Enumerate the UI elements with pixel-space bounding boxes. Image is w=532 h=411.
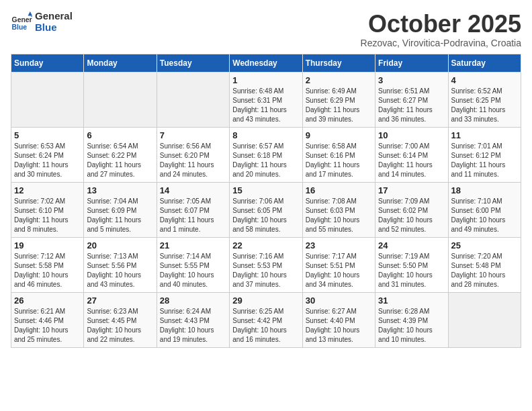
day-info: Sunrise: 6:53 AM Sunset: 6:24 PM Dayligh…: [14, 142, 81, 179]
day-number: 11: [451, 130, 518, 140]
day-info: Sunrise: 6:57 AM Sunset: 6:18 PM Dayligh…: [232, 142, 299, 179]
day-cell: 20Sunrise: 7:13 AM Sunset: 5:56 PM Dayli…: [84, 237, 157, 292]
day-cell: 5Sunrise: 6:53 AM Sunset: 6:24 PM Daylig…: [11, 127, 84, 182]
day-info: Sunrise: 7:06 AM Sunset: 6:05 PM Dayligh…: [232, 197, 299, 234]
day-info: Sunrise: 7:10 AM Sunset: 6:00 PM Dayligh…: [451, 197, 518, 234]
month-title: October 2025: [361, 11, 521, 38]
day-cell: 26Sunrise: 6:21 AM Sunset: 4:46 PM Dayli…: [11, 292, 84, 347]
day-info: Sunrise: 7:19 AM Sunset: 5:50 PM Dayligh…: [378, 252, 445, 289]
day-cell: 10Sunrise: 7:00 AM Sunset: 6:14 PM Dayli…: [375, 127, 448, 182]
day-cell: 31Sunrise: 6:28 AM Sunset: 4:39 PM Dayli…: [375, 292, 448, 347]
day-number: 8: [232, 130, 299, 140]
day-cell: 27Sunrise: 6:23 AM Sunset: 4:45 PM Dayli…: [84, 292, 157, 347]
day-number: 7: [160, 130, 226, 140]
week-row-1: 1Sunrise: 6:48 AM Sunset: 6:31 PM Daylig…: [11, 72, 521, 127]
day-cell: 2Sunrise: 6:49 AM Sunset: 6:29 PM Daylig…: [302, 72, 375, 127]
day-cell: 21Sunrise: 7:14 AM Sunset: 5:55 PM Dayli…: [157, 237, 229, 292]
day-number: 29: [232, 295, 299, 306]
day-number: 15: [232, 185, 299, 195]
day-info: Sunrise: 7:00 AM Sunset: 6:14 PM Dayligh…: [378, 142, 445, 179]
day-info: Sunrise: 7:12 AM Sunset: 5:58 PM Dayligh…: [14, 252, 81, 289]
day-number: 20: [87, 240, 153, 250]
day-cell: 13Sunrise: 7:04 AM Sunset: 6:09 PM Dayli…: [84, 182, 157, 237]
svg-marker-2: [28, 11, 32, 15]
day-info: Sunrise: 7:04 AM Sunset: 6:09 PM Dayligh…: [87, 197, 153, 234]
day-cell: 9Sunrise: 6:58 AM Sunset: 6:16 PM Daylig…: [302, 127, 375, 182]
day-info: Sunrise: 6:52 AM Sunset: 6:25 PM Dayligh…: [451, 87, 518, 124]
day-number: 27: [87, 295, 153, 306]
title-area: October 2025 Rezovac, Virovitica-Podravi…: [361, 11, 521, 48]
day-info: Sunrise: 7:02 AM Sunset: 6:10 PM Dayligh…: [14, 197, 81, 234]
day-info: Sunrise: 7:09 AM Sunset: 6:02 PM Dayligh…: [378, 197, 445, 234]
day-info: Sunrise: 6:27 AM Sunset: 4:40 PM Dayligh…: [306, 307, 372, 345]
day-number: 4: [451, 75, 518, 85]
header-friday: Friday: [375, 54, 448, 72]
header-thursday: Thursday: [302, 54, 375, 72]
day-info: Sunrise: 6:58 AM Sunset: 6:16 PM Dayligh…: [306, 142, 372, 179]
day-cell: [157, 72, 229, 127]
day-number: 26: [14, 295, 81, 306]
day-info: Sunrise: 7:05 AM Sunset: 6:07 PM Dayligh…: [160, 197, 226, 234]
day-cell: 8Sunrise: 6:57 AM Sunset: 6:18 PM Daylig…: [230, 127, 302, 182]
logo: General Blue General Blue: [11, 11, 73, 33]
day-cell: 6Sunrise: 6:54 AM Sunset: 6:22 PM Daylig…: [84, 127, 157, 182]
day-number: 24: [378, 240, 445, 250]
day-number: 13: [87, 185, 153, 195]
week-row-5: 26Sunrise: 6:21 AM Sunset: 4:46 PM Dayli…: [11, 292, 521, 347]
day-number: 9: [306, 130, 372, 140]
header-row: SundayMondayTuesdayWednesdayThursdayFrid…: [11, 54, 521, 72]
day-info: Sunrise: 6:28 AM Sunset: 4:39 PM Dayligh…: [378, 307, 445, 345]
day-info: Sunrise: 7:14 AM Sunset: 5:55 PM Dayligh…: [160, 252, 226, 289]
day-info: Sunrise: 7:01 AM Sunset: 6:12 PM Dayligh…: [451, 142, 518, 179]
day-info: Sunrise: 7:13 AM Sunset: 5:56 PM Dayligh…: [87, 252, 153, 289]
day-info: Sunrise: 6:54 AM Sunset: 6:22 PM Dayligh…: [87, 142, 153, 179]
day-info: Sunrise: 6:21 AM Sunset: 4:46 PM Dayligh…: [14, 307, 81, 345]
day-info: Sunrise: 7:17 AM Sunset: 5:51 PM Dayligh…: [306, 252, 372, 289]
day-cell: 14Sunrise: 7:05 AM Sunset: 6:07 PM Dayli…: [157, 182, 229, 237]
week-row-4: 19Sunrise: 7:12 AM Sunset: 5:58 PM Dayli…: [11, 237, 521, 292]
day-info: Sunrise: 7:08 AM Sunset: 6:03 PM Dayligh…: [306, 197, 372, 234]
day-cell: 19Sunrise: 7:12 AM Sunset: 5:58 PM Dayli…: [11, 237, 84, 292]
day-cell: 15Sunrise: 7:06 AM Sunset: 6:05 PM Dayli…: [230, 182, 302, 237]
day-cell: [11, 72, 84, 127]
day-cell: 1Sunrise: 6:48 AM Sunset: 6:31 PM Daylig…: [230, 72, 302, 127]
day-cell: 29Sunrise: 6:25 AM Sunset: 4:42 PM Dayli…: [230, 292, 302, 347]
day-number: 19: [14, 240, 81, 250]
day-number: 2: [306, 75, 372, 85]
day-info: Sunrise: 6:24 AM Sunset: 4:43 PM Dayligh…: [160, 307, 226, 345]
day-cell: 4Sunrise: 6:52 AM Sunset: 6:25 PM Daylig…: [448, 72, 521, 127]
day-info: Sunrise: 6:25 AM Sunset: 4:42 PM Dayligh…: [232, 307, 299, 345]
day-cell: 28Sunrise: 6:24 AM Sunset: 4:43 PM Dayli…: [157, 292, 229, 347]
day-number: 6: [87, 130, 153, 140]
day-number: 28: [160, 295, 226, 306]
logo-general: General: [35, 11, 73, 22]
day-cell: 12Sunrise: 7:02 AM Sunset: 6:10 PM Dayli…: [11, 182, 84, 237]
day-number: 22: [232, 240, 299, 250]
page-header: General Blue General Blue October 2025 R…: [11, 11, 521, 48]
day-number: 17: [378, 185, 445, 195]
header-saturday: Saturday: [448, 54, 521, 72]
header-sunday: Sunday: [11, 54, 84, 72]
day-number: 18: [451, 185, 518, 195]
day-cell: 25Sunrise: 7:20 AM Sunset: 5:48 PM Dayli…: [448, 237, 521, 292]
day-number: 16: [306, 185, 372, 195]
day-cell: 7Sunrise: 6:56 AM Sunset: 6:20 PM Daylig…: [157, 127, 229, 182]
day-info: Sunrise: 6:51 AM Sunset: 6:27 PM Dayligh…: [378, 87, 445, 124]
day-cell: 24Sunrise: 7:19 AM Sunset: 5:50 PM Dayli…: [375, 237, 448, 292]
day-cell: 30Sunrise: 6:27 AM Sunset: 4:40 PM Dayli…: [302, 292, 375, 347]
header-tuesday: Tuesday: [157, 54, 229, 72]
day-number: 31: [378, 295, 445, 306]
day-info: Sunrise: 7:16 AM Sunset: 5:53 PM Dayligh…: [232, 252, 299, 289]
day-cell: 16Sunrise: 7:08 AM Sunset: 6:03 PM Dayli…: [302, 182, 375, 237]
header-monday: Monday: [84, 54, 157, 72]
day-cell: 17Sunrise: 7:09 AM Sunset: 6:02 PM Dayli…: [375, 182, 448, 237]
day-number: 1: [232, 75, 299, 85]
day-cell: 3Sunrise: 6:51 AM Sunset: 6:27 PM Daylig…: [375, 72, 448, 127]
day-cell: 23Sunrise: 7:17 AM Sunset: 5:51 PM Dayli…: [302, 237, 375, 292]
svg-text:Blue: Blue: [12, 24, 28, 31]
calendar-table: SundayMondayTuesdayWednesdayThursdayFrid…: [11, 54, 521, 348]
day-info: Sunrise: 6:56 AM Sunset: 6:20 PM Dayligh…: [160, 142, 226, 179]
day-number: 25: [451, 240, 518, 250]
day-cell: [84, 72, 157, 127]
day-info: Sunrise: 7:20 AM Sunset: 5:48 PM Dayligh…: [451, 252, 518, 289]
